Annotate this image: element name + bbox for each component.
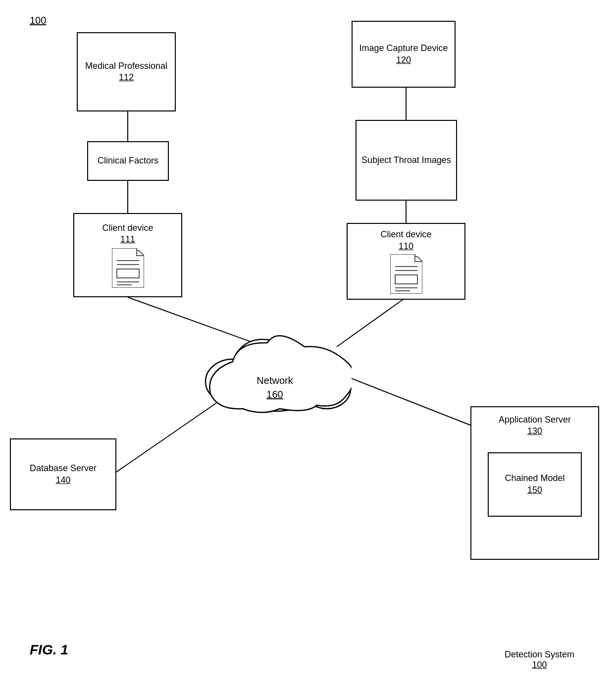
clinical-factors-box: Clinical Factors xyxy=(87,141,169,181)
client-device-111-number: 111 xyxy=(120,234,135,244)
client-device-110-box: Client device 110 xyxy=(347,223,465,300)
figure-label: FIG. 1 xyxy=(30,642,68,658)
application-server-label: Application Server xyxy=(499,414,571,426)
database-server-label: Database Server xyxy=(30,463,97,474)
database-server-box: Database Server 140 xyxy=(10,438,116,510)
detection-system-label: Detection System 100 xyxy=(505,649,574,670)
clinical-factors-label: Clinical Factors xyxy=(98,155,158,166)
svg-text:160: 160 xyxy=(266,389,283,400)
chained-model-box: Chained Model 150 xyxy=(488,452,582,517)
medical-professional-number: 112 xyxy=(119,72,134,83)
svg-text:Network: Network xyxy=(256,375,293,386)
network-cloud-svg: Network 160 xyxy=(198,317,352,416)
client-device-110-label: Client device xyxy=(380,229,431,239)
application-server-number: 130 xyxy=(527,426,542,437)
chained-model-label: Chained Model xyxy=(505,473,564,484)
medical-professional-label: Medical Professional xyxy=(85,60,167,72)
client-device-111-label: Client device xyxy=(102,223,153,233)
image-capture-device-label: Image Capture Device xyxy=(359,43,448,54)
subject-throat-images-box: Subject Throat Images xyxy=(356,120,457,201)
diagram: 100 Medical Professional 112 Image Captu… xyxy=(0,0,614,700)
image-capture-device-box: Image Capture Device 120 xyxy=(352,21,456,88)
database-server-number: 140 xyxy=(55,475,70,486)
client-111-doc-icon xyxy=(112,248,144,288)
subject-throat-images-label: Subject Throat Images xyxy=(361,155,451,166)
client-device-110-number: 110 xyxy=(399,241,413,251)
medical-professional-box: Medical Professional 112 xyxy=(77,32,176,111)
chained-model-number: 150 xyxy=(527,485,542,496)
top-reference-number: 100 xyxy=(30,15,46,26)
client-110-doc-icon xyxy=(390,254,422,294)
network-cloud: Network 160 xyxy=(198,317,352,418)
client-device-111-box: Client device 111 xyxy=(73,213,182,297)
application-server-box: Application Server 130 Chained Model 150 xyxy=(470,406,599,560)
image-capture-device-number: 120 xyxy=(396,54,411,66)
svg-line-7 xyxy=(347,377,485,431)
